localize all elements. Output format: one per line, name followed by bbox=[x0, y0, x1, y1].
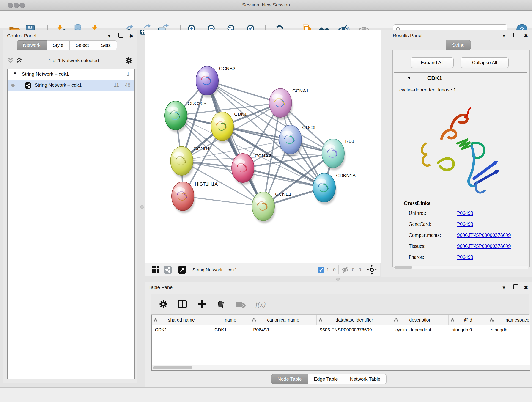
hidden-counter: 0 - 0 bbox=[352, 267, 361, 273]
column-type-icon bbox=[450, 318, 455, 322]
network-view-icon[interactable] bbox=[163, 265, 172, 274]
selected-counter: 1 - 0 bbox=[326, 267, 336, 273]
table-hscrollbar[interactable] bbox=[152, 365, 530, 370]
horizontal-splitter-handle[interactable] bbox=[336, 278, 340, 281]
grid-view-icon[interactable] bbox=[151, 265, 160, 274]
panel-menu-icon[interactable]: ▼ bbox=[502, 285, 506, 290]
crosslink-row: Tissues:9606.ENSP00000378699 bbox=[409, 243, 523, 249]
table-toolbar: f(x) bbox=[151, 294, 529, 315]
collapse-arrow-icon[interactable]: ▼ bbox=[13, 71, 17, 76]
birds-eye-view-icon[interactable] bbox=[178, 265, 186, 274]
column-header-name[interactable]: name bbox=[211, 315, 250, 325]
column-header-database-identifier[interactable]: database identifier bbox=[317, 315, 392, 325]
column-header-description[interactable]: description bbox=[392, 315, 449, 325]
network-node-CDC6[interactable] bbox=[279, 125, 302, 157]
table-cell[interactable]: P06493 bbox=[250, 325, 317, 334]
network-edge-CCNB2-CCNE1[interactable] bbox=[207, 81, 263, 206]
table-options-gear-icon[interactable] bbox=[159, 300, 168, 309]
expand-all-button[interactable]: Expand All bbox=[411, 57, 454, 68]
crosslink-label: Pharos: bbox=[409, 254, 457, 260]
table-panel: Table Panel ▼ ✖ f(x) shared namenamecano… bbox=[145, 282, 532, 387]
panel-menu-icon[interactable]: ▼ bbox=[107, 33, 112, 38]
node-label-CCNA2: CCNA2 bbox=[255, 153, 271, 158]
column-type-icon bbox=[394, 318, 398, 322]
crosslink-label: Tissues: bbox=[409, 243, 457, 249]
crosslink-value-link[interactable]: 9606.ENSP00000378699 bbox=[457, 232, 511, 238]
collapse-entry-icon[interactable]: ▼ bbox=[407, 76, 411, 81]
network-view-canvas[interactable]: CCNB2CCNA1CDC25BCDK1CDC6RB1CCNB1CCNA2CDK… bbox=[145, 30, 381, 263]
network-node-CCNE1[interactable] bbox=[252, 192, 275, 223]
table-cell[interactable]: CDK1 bbox=[211, 325, 250, 334]
network-node-CCNA2[interactable] bbox=[232, 153, 255, 185]
collapse-all-button[interactable]: Collapse All bbox=[461, 57, 509, 68]
crosslinks-title: CrossLinks bbox=[404, 200, 430, 206]
node-label-CCNA1: CCNA1 bbox=[292, 88, 309, 93]
node-label-CDC6: CDC6 bbox=[302, 125, 315, 130]
network-collection-label: String Network – cdk1 bbox=[22, 71, 69, 77]
network-collection-count: 1 bbox=[127, 71, 129, 77]
column-header-shared-name[interactable]: shared name bbox=[152, 315, 211, 325]
network-tree: ▼ String Network – cdk1 1 String Network… bbox=[7, 69, 135, 379]
panel-float-icon[interactable] bbox=[513, 32, 518, 37]
network-tree-child-row[interactable]: String Network – cdk1 11 48 bbox=[7, 80, 134, 91]
delete-column-icon[interactable] bbox=[216, 299, 226, 309]
tab-style[interactable]: Style bbox=[47, 40, 70, 50]
network-node-HIST1H1A[interactable] bbox=[172, 182, 195, 213]
column-header--id[interactable]: @id bbox=[449, 315, 488, 325]
crosslink-value-link[interactable]: P06493 bbox=[457, 210, 473, 216]
tab-string[interactable]: String bbox=[446, 40, 471, 50]
panel-close-icon[interactable]: ✖ bbox=[524, 285, 528, 290]
panel-float-icon[interactable] bbox=[513, 284, 518, 289]
network-options-gear-icon[interactable] bbox=[125, 57, 133, 64]
tab-edge-table[interactable]: Edge Table bbox=[308, 374, 344, 384]
network-node-RB1[interactable] bbox=[322, 139, 345, 170]
table-cell[interactable]: cyclin–dependent ... bbox=[392, 325, 449, 334]
network-node-CCNB2[interactable] bbox=[196, 66, 219, 98]
table-cell[interactable]: stringdb bbox=[488, 325, 530, 334]
collapse-all-networks-icon[interactable] bbox=[7, 57, 14, 64]
column-type-icon bbox=[318, 318, 323, 322]
control-panel-title: Control Panel bbox=[7, 33, 36, 38]
tab-network-table[interactable]: Network Table bbox=[344, 374, 387, 384]
panel-close-icon[interactable]: ✖ bbox=[524, 33, 528, 38]
node-table[interactable]: shared namenamecanonical namedatabase id… bbox=[151, 315, 530, 370]
expand-all-networks-icon[interactable] bbox=[16, 57, 23, 64]
results-panel-title: Results Panel bbox=[393, 33, 423, 38]
application-window: Session: New Session bbox=[0, 0, 532, 402]
panel-close-icon[interactable]: ✖ bbox=[129, 33, 133, 38]
create-column-icon[interactable] bbox=[197, 299, 206, 309]
column-header-canonical-name[interactable]: canonical name bbox=[250, 315, 317, 325]
column-header-namespace[interactable]: namespace bbox=[488, 315, 530, 325]
table-hscrollbar-thumb[interactable] bbox=[153, 366, 192, 369]
window-title: Session: New Session bbox=[0, 2, 532, 7]
node-label-CCNB1: CCNB1 bbox=[194, 146, 210, 151]
tab-select[interactable]: Select bbox=[70, 40, 95, 50]
node-label-CDK1: CDK1 bbox=[234, 111, 247, 117]
delete-table-icon bbox=[235, 299, 246, 309]
selected-count-checkbox-icon[interactable] bbox=[318, 267, 324, 273]
results-hscrollbar[interactable] bbox=[394, 266, 528, 269]
node-label-RB1: RB1 bbox=[345, 138, 355, 144]
panel-float-icon[interactable] bbox=[119, 33, 123, 38]
left-splitter-handle[interactable] bbox=[140, 205, 144, 209]
show-columns-icon[interactable] bbox=[177, 299, 187, 309]
network-node-CDK1[interactable] bbox=[211, 112, 234, 143]
node-label-CDKN1A: CDKN1A bbox=[336, 173, 355, 178]
crosslink-label: Compartments: bbox=[409, 232, 457, 238]
crosslink-value-link[interactable]: P06493 bbox=[457, 221, 473, 227]
current-network-name: String Network – cdk1 bbox=[192, 267, 237, 273]
crosslink-value-link[interactable]: P06493 bbox=[457, 254, 473, 260]
network-node-CCNB1[interactable] bbox=[171, 147, 194, 178]
table-cell[interactable]: stringdb:9... bbox=[449, 325, 488, 334]
tab-sets[interactable]: Sets bbox=[95, 40, 117, 50]
network-tree-root-row[interactable]: ▼ String Network – cdk1 1 bbox=[7, 69, 134, 80]
tab-network[interactable]: Network bbox=[17, 40, 47, 50]
fit-selected-crosshair-icon[interactable] bbox=[367, 265, 377, 275]
table-cell[interactable]: 9606.ENSP00000378699 bbox=[317, 325, 392, 334]
crosslink-value-link[interactable]: 9606.ENSP00000378699 bbox=[457, 243, 511, 249]
panel-menu-icon[interactable]: ▼ bbox=[502, 33, 506, 38]
node-label-CCNB2: CCNB2 bbox=[219, 66, 235, 71]
table-cell[interactable]: CDK1 bbox=[152, 325, 211, 334]
tab-node-table[interactable]: Node Table bbox=[271, 374, 308, 384]
network-node-CDKN1A[interactable] bbox=[313, 173, 336, 205]
